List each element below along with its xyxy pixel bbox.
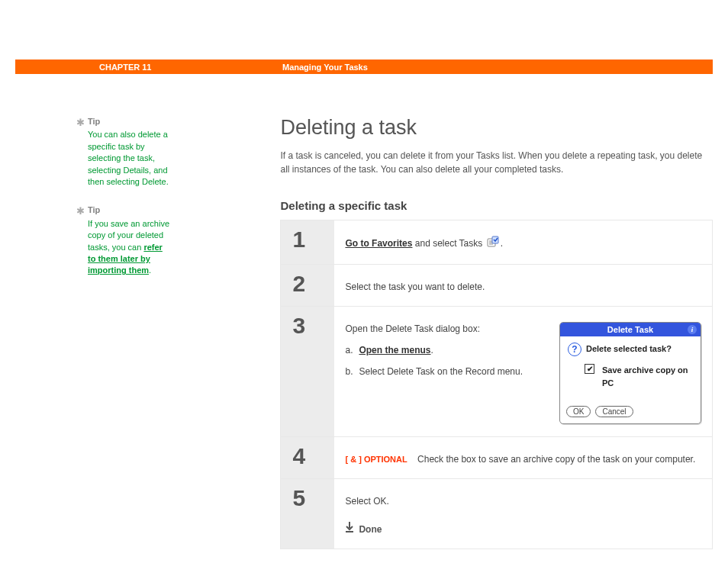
step-body: Select the task you want to delete. xyxy=(334,265,712,306)
step-number: 3 xyxy=(292,314,305,337)
sub-step-after: . xyxy=(430,345,433,355)
step-number-cell: 3 xyxy=(281,307,334,436)
step-text-fragment: and select Tasks xyxy=(412,238,485,249)
tip-block: ✱ Tip If you save an archive copy of you… xyxy=(88,204,169,276)
ok-button: OK xyxy=(566,406,591,417)
tip-star-icon: ✱ xyxy=(76,116,85,130)
chapter-banner: CHAPTER 11 Managing Your Tasks xyxy=(15,60,713,74)
page-title: Deleting a task xyxy=(280,116,713,140)
question-icon: ? xyxy=(568,343,581,356)
step-row: 5 Select OK. Done xyxy=(281,479,712,549)
steps-table: 1 Go to Favorites and select Tasks xyxy=(280,220,713,549)
step-number: 2 xyxy=(292,272,305,295)
section-title: Managing Your Tasks xyxy=(187,63,368,72)
step-text: Go to Favorites and select Tasks xyxy=(345,236,701,252)
step-number: 1 xyxy=(292,228,305,251)
step-text: [ & ] OPTIONAL Check the box to save an … xyxy=(345,452,701,466)
step-row: 3 Open the Delete Task dialog box: a. Op… xyxy=(281,307,712,437)
dialog-titlebar: Delete Task i xyxy=(560,323,701,336)
optional-tag: [ & ] OPTIONAL xyxy=(345,455,407,464)
step-period: . xyxy=(501,238,503,249)
dialog-prompt-row: ? Delete selected task? xyxy=(568,343,693,356)
checkbox-icon: ✔ xyxy=(585,364,594,374)
step-body: Open the Delete Task dialog box: a. Open… xyxy=(334,307,712,436)
step-body: Go to Favorites and select Tasks xyxy=(334,220,712,264)
step-number-cell: 2 xyxy=(281,265,334,306)
step-row: 4 [ & ] OPTIONAL Check the box to save a… xyxy=(281,437,712,479)
step-body: Select OK. Done xyxy=(334,479,712,549)
tip-label: Tip xyxy=(88,117,100,126)
tasks-icon xyxy=(487,236,499,252)
document-page: CHAPTER 11 Managing Your Tasks ✱ Tip You… xyxy=(0,0,728,563)
subheading: Deleting a specific task xyxy=(280,199,713,212)
svg-rect-4 xyxy=(492,236,498,243)
dialog-body: ? Delete selected task? ✔ Save archive c… xyxy=(560,336,701,403)
tip-body: If you save an archive copy of your dele… xyxy=(88,218,169,277)
step-text: Open the Delete Task dialog box: a. Open… xyxy=(345,322,549,424)
tip-text-after: . xyxy=(149,265,151,275)
tip-label: Tip xyxy=(88,205,100,214)
dialog-prompt: Delete selected task? xyxy=(586,343,672,355)
info-icon: i xyxy=(688,325,697,334)
sub-step: b. Select Delete Task on the Record menu… xyxy=(345,365,549,378)
delete-task-dialog: Delete Task i ? Delete selected task? xyxy=(559,322,701,424)
dialog-screenshot: Delete Task i ? Delete selected task? xyxy=(559,322,701,424)
step-number: 5 xyxy=(292,487,305,510)
step-text-fragment: Check the box to save an archive copy of… xyxy=(417,454,695,465)
step-body: [ & ] OPTIONAL Check the box to save an … xyxy=(334,437,712,478)
intro-text: If a task is canceled, you can delete it… xyxy=(280,149,713,176)
content-area: ✱ Tip You can also delete a specific tas… xyxy=(15,116,713,549)
sub-step-text: Select Delete Task on the Record menu. xyxy=(359,366,523,377)
sub-step-list: a. Open the menus. b. Select Delete Task… xyxy=(345,343,549,378)
dialog-title: Delete Task xyxy=(607,323,653,336)
open-menus-link[interactable]: Open the menus xyxy=(359,345,430,355)
step-text-fragment: Select OK. xyxy=(345,496,388,507)
tip-block: ✱ Tip You can also delete a specific tas… xyxy=(88,116,169,188)
sub-step-letter: a. xyxy=(345,343,353,357)
done-label: Done xyxy=(359,523,382,536)
checkbox-label: Save archive copy on PC xyxy=(602,364,693,389)
step-row: 1 Go to Favorites and select Tasks xyxy=(281,220,712,265)
favorites-link[interactable]: Go to Favorites xyxy=(345,238,412,249)
sub-step-letter: b. xyxy=(345,365,353,378)
step-number-cell: 4 xyxy=(281,437,334,478)
step-number-cell: 5 xyxy=(281,479,334,549)
step-row: 2 Select the task you want to delete. xyxy=(281,265,712,307)
step-number: 4 xyxy=(292,445,305,468)
step-text: Select the task you want to delete. xyxy=(345,280,701,294)
main-content: Deleting a task If a task is canceled, y… xyxy=(185,116,713,549)
done-row: Done xyxy=(345,522,701,536)
tip-body: You can also delete a specific task by s… xyxy=(88,129,169,188)
sub-step: a. Open the menus. xyxy=(345,343,549,357)
tip-star-icon: ✱ xyxy=(76,204,85,218)
cancel-button: Cancel xyxy=(595,406,633,417)
step-number-cell: 1 xyxy=(281,220,334,264)
done-arrow-icon xyxy=(345,522,354,536)
step-text: Select OK. Done xyxy=(345,494,701,536)
dialog-buttons: OK Cancel xyxy=(560,403,701,423)
sidebar: ✱ Tip You can also delete a specific tas… xyxy=(15,116,185,294)
chapter-label: CHAPTER 11 xyxy=(15,63,187,72)
dialog-checkbox-row: ✔ Save archive copy on PC xyxy=(568,364,693,389)
step-lead: Open the Delete Task dialog box: xyxy=(345,323,480,334)
